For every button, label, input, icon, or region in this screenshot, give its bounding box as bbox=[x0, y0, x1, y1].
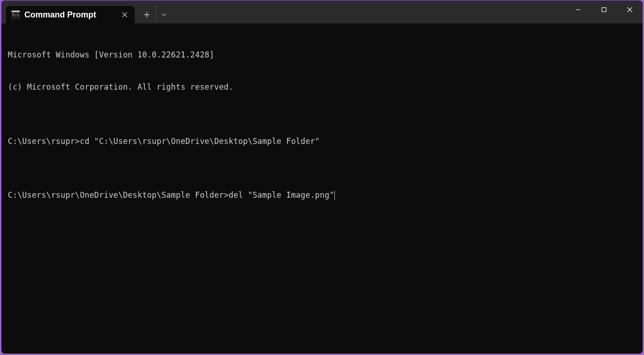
current-prompt-line: C:\Users\rsupr\OneDrive\Desktop\Sample F… bbox=[8, 190, 636, 200]
svg-rect-3 bbox=[602, 8, 606, 12]
current-input: del "Sample Image.png" bbox=[229, 190, 334, 200]
terminal-line: (c) Microsoft Corporation. All rights re… bbox=[8, 82, 636, 92]
terminal-line: C:\Users\rsupr>cd "C:\Users\rsupr\OneDri… bbox=[8, 136, 636, 147]
minimize-button[interactable] bbox=[565, 0, 591, 19]
titlebar: C:\ Command Prompt bbox=[1, 0, 643, 23]
window-controls bbox=[565, 0, 643, 19]
maximize-button[interactable] bbox=[591, 0, 617, 19]
new-tab-button[interactable] bbox=[138, 6, 156, 23]
tab-title: Command Prompt bbox=[24, 10, 115, 20]
svg-text:C:\: C:\ bbox=[12, 13, 19, 17]
cmd-icon: C:\ bbox=[12, 11, 20, 19]
tab-close-button[interactable] bbox=[118, 8, 131, 21]
tab-dropdown-button[interactable] bbox=[156, 6, 171, 23]
terminal-line: Microsoft Windows [Version 10.0.22621.24… bbox=[8, 50, 636, 60]
terminal-content[interactable]: Microsoft Windows [Version 10.0.22621.24… bbox=[1, 23, 643, 354]
cursor-icon bbox=[334, 191, 335, 200]
svg-rect-1 bbox=[12, 11, 20, 12]
terminal-window: C:\ Command Prompt bbox=[1, 0, 643, 354]
close-button[interactable] bbox=[617, 0, 643, 19]
prompt-path: C:\Users\rsupr\OneDrive\Desktop\Sample F… bbox=[8, 190, 229, 200]
active-tab[interactable]: C:\ Command Prompt bbox=[6, 6, 135, 23]
